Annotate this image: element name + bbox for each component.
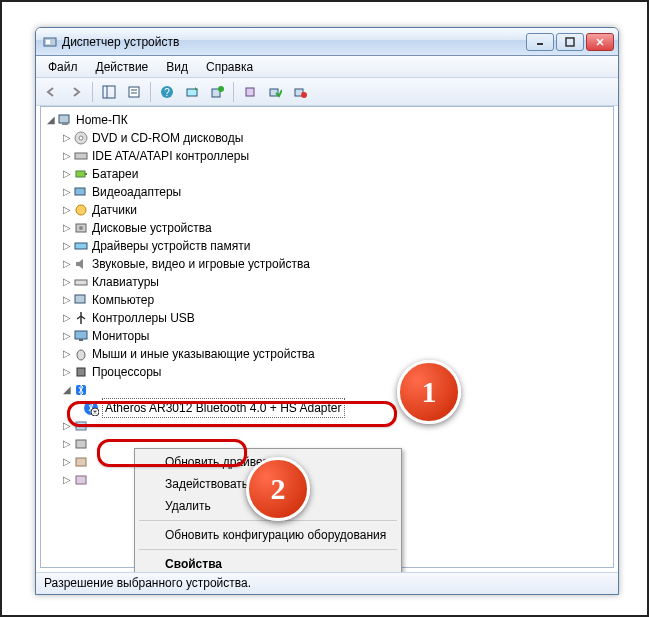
category-processors[interactable]: ▷Процессоры (43, 363, 611, 381)
svg-rect-27 (75, 188, 85, 195)
expand-icon[interactable]: ▷ (61, 435, 73, 453)
menu-help[interactable]: Справка (198, 58, 261, 76)
expand-icon[interactable]: ▷ (61, 291, 73, 309)
expand-icon[interactable]: ▷ (61, 345, 73, 363)
forward-button[interactable] (65, 81, 87, 103)
device-manager-window: Диспетчер устройств Файл Действие Вид Сп… (35, 27, 619, 595)
svg-rect-6 (103, 86, 115, 98)
usb-icon (73, 310, 89, 326)
sensor-icon (73, 202, 89, 218)
device-atheros-bluetooth[interactable]: Atheros AR3012 Bluetooth 4.0 + HS Adapte… (43, 399, 611, 417)
expand-icon[interactable]: ▷ (61, 219, 73, 237)
ide-icon (73, 148, 89, 164)
cpu-icon (73, 364, 89, 380)
expand-icon[interactable]: ▷ (61, 255, 73, 273)
properties-button[interactable] (123, 81, 145, 103)
category-ide[interactable]: ▷IDE ATA/ATAPI контроллеры (43, 147, 611, 165)
category-computer[interactable]: ▷Компьютер (43, 291, 611, 309)
uninstall-button[interactable] (239, 81, 261, 103)
svg-rect-43 (76, 458, 86, 466)
update-driver-button[interactable] (206, 81, 228, 103)
category-label: IDE ATA/ATAPI контроллеры (92, 147, 249, 165)
svg-rect-24 (75, 153, 87, 159)
svg-rect-8 (129, 87, 139, 97)
device-icon (73, 454, 89, 470)
category-memory-drivers[interactable]: ▷Драйверы устройств памяти (43, 237, 611, 255)
category-sound[interactable]: ▷Звуковые, видео и игровые устройства (43, 255, 611, 273)
expand-icon[interactable]: ▷ (61, 183, 73, 201)
maximize-button[interactable] (556, 33, 584, 51)
category-label: Дисковые устройства (92, 219, 212, 237)
sound-icon (73, 256, 89, 272)
menu-file[interactable]: Файл (40, 58, 86, 76)
expand-icon[interactable]: ▷ (61, 453, 73, 471)
expand-icon[interactable]: ▷ (61, 147, 73, 165)
bluetooth-icon (73, 382, 89, 398)
annotation-badge-1: 1 (397, 360, 461, 424)
titlebar[interactable]: Диспетчер устройств (36, 28, 618, 56)
tree-root-label: Home-ПК (76, 111, 128, 129)
ctx-scan-hardware[interactable]: Обновить конфигурацию оборудования (137, 524, 399, 546)
category-usb[interactable]: ▷Контроллеры USB (43, 309, 611, 327)
svg-rect-35 (79, 339, 83, 341)
statusbar: Разрешение выбранного устройства. (36, 572, 618, 594)
ctx-separator (139, 549, 397, 550)
expand-icon[interactable]: ▷ (61, 471, 73, 489)
keyboard-icon (73, 274, 89, 290)
svg-text:?: ? (164, 87, 170, 98)
category-monitors[interactable]: ▷Мониторы (43, 327, 611, 345)
help-button[interactable]: ? (156, 81, 178, 103)
svg-rect-16 (246, 88, 254, 96)
disk-icon (73, 220, 89, 236)
category-hidden-1[interactable]: ▷ (43, 417, 611, 435)
category-label: Звуковые, видео и игровые устройства (92, 255, 310, 273)
svg-rect-1 (46, 40, 50, 44)
enable-device-button[interactable] (264, 81, 286, 103)
minimize-button[interactable] (526, 33, 554, 51)
expand-icon[interactable]: ▷ (61, 309, 73, 327)
disc-icon (73, 130, 89, 146)
expand-icon[interactable]: ▷ (61, 363, 73, 381)
tree-root[interactable]: ◢ Home-ПК (43, 111, 611, 129)
computer-icon (57, 112, 73, 128)
monitor-icon (73, 328, 89, 344)
category-sensors[interactable]: ▷Датчики (43, 201, 611, 219)
category-label: Мыши и иные указывающие устройства (92, 345, 315, 363)
category-keyboards[interactable]: ▷Клавиатуры (43, 273, 611, 291)
category-batteries[interactable]: ▷Батареи (43, 165, 611, 183)
category-video[interactable]: ▷Видеоадаптеры (43, 183, 611, 201)
scan-button[interactable] (181, 81, 203, 103)
battery-icon (73, 166, 89, 182)
svg-rect-34 (75, 331, 87, 339)
show-hide-tree-button[interactable] (98, 81, 120, 103)
category-label: Контроллеры USB (92, 309, 195, 327)
expand-icon[interactable]: ▷ (61, 273, 73, 291)
menu-action[interactable]: Действие (88, 58, 157, 76)
category-label: DVD и CD-ROM дисководы (92, 129, 243, 147)
mouse-icon (73, 346, 89, 362)
expand-icon[interactable]: ▷ (61, 165, 73, 183)
bluetooth-device-icon (83, 400, 99, 416)
expand-icon[interactable]: ▷ (61, 129, 73, 147)
category-bluetooth[interactable]: ◢ (43, 381, 611, 399)
menu-view[interactable]: Вид (158, 58, 196, 76)
category-disk[interactable]: ▷Дисковые устройства (43, 219, 611, 237)
expand-icon[interactable]: ▷ (61, 237, 73, 255)
close-button[interactable] (586, 33, 614, 51)
back-button[interactable] (40, 81, 62, 103)
collapse-icon[interactable]: ◢ (61, 381, 73, 399)
menubar: Файл Действие Вид Справка (36, 56, 618, 78)
category-mice[interactable]: ▷Мыши и иные указывающие устройства (43, 345, 611, 363)
window-title: Диспетчер устройств (62, 35, 526, 49)
status-text: Разрешение выбранного устройства. (44, 576, 251, 590)
category-dvd[interactable]: ▷DVD и CD-ROM дисководы (43, 129, 611, 147)
expand-icon[interactable]: ▷ (61, 417, 73, 435)
svg-rect-25 (76, 171, 85, 177)
disable-device-button[interactable] (289, 81, 311, 103)
collapse-icon[interactable]: ◢ (45, 111, 57, 129)
svg-point-36 (77, 350, 85, 360)
svg-rect-33 (75, 295, 85, 303)
svg-rect-41 (76, 422, 86, 430)
expand-icon[interactable]: ▷ (61, 327, 73, 345)
expand-icon[interactable]: ▷ (61, 201, 73, 219)
